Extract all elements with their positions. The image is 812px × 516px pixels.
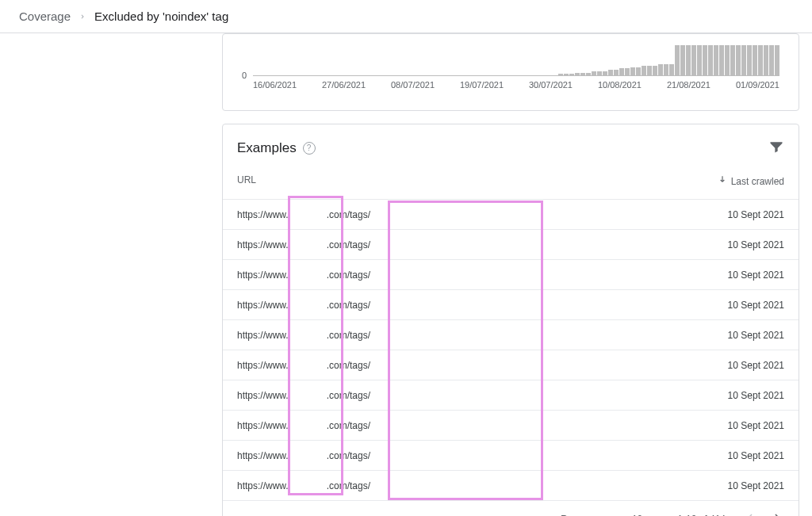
chart-x-tick: 08/07/2021 (391, 80, 435, 90)
chart-bar (642, 66, 646, 75)
chart-x-tick: 27/06/2021 (322, 80, 366, 90)
chart-x-tick: 10/08/2021 (598, 80, 642, 90)
last-crawled-cell: 10 Sept 2021 (728, 269, 784, 281)
chart-bar (769, 45, 774, 75)
rows-per-page-value[interactable]: 10 (632, 514, 642, 517)
chart-bar (658, 64, 663, 75)
chart-x-tick: 30/07/2021 (529, 80, 573, 90)
chart-bar (608, 70, 613, 75)
breadcrumb: Coverage Excluded by 'noindex' tag (0, 0, 812, 33)
last-crawled-cell: 10 Sept 2021 (728, 360, 784, 371)
chart-x-labels: 16/06/202127/06/202108/07/202119/07/2021… (253, 80, 779, 90)
filter-icon[interactable] (768, 139, 784, 157)
next-page-button[interactable] (770, 510, 784, 516)
table-row[interactable]: https://www..com/tags/10 Sept 2021 (223, 319, 799, 350)
chart-x-tick: 01/09/2021 (736, 80, 779, 90)
url-cell: https://www..com/tags/ (237, 449, 497, 463)
table-body: https://www..com/tags/10 Sept 2021https:… (223, 199, 799, 500)
table-row[interactable]: https://www..com/tags/10 Sept 2021 (223, 410, 799, 440)
chart-x-tick: 19/07/2021 (460, 80, 504, 90)
chart-bar (736, 45, 741, 75)
chart-bar (691, 45, 696, 75)
table-row[interactable]: https://www..com/tags/10 Sept 2021 (223, 440, 799, 470)
help-icon[interactable]: ? (303, 142, 316, 155)
chart-bar (675, 45, 680, 75)
table-row[interactable]: https://www..com/tags/10 Sept 2021 (223, 229, 799, 259)
chart-y-zero: 0 (242, 71, 247, 80)
chart-card: 0 16/06/202127/06/202108/07/202119/07/20… (222, 33, 799, 111)
url-cell: https://www..com/tags/ (237, 328, 497, 342)
chart-bar (697, 45, 702, 75)
table-row[interactable]: https://www..com/tags/10 Sept 2021 (223, 350, 799, 380)
last-crawled-cell: 10 Sept 2021 (728, 300, 784, 311)
chart-bar (714, 45, 718, 75)
sort-desc-icon (717, 174, 728, 188)
url-cell: https://www..com/tags/ (237, 268, 497, 282)
table-header: URL Last crawled (223, 163, 799, 199)
chart-bar (730, 45, 735, 75)
rows-per-page-label: Rows per page: (561, 514, 627, 517)
table-row[interactable]: https://www..com/tags/10 Sept 2021 (223, 289, 799, 319)
chart-bar (764, 45, 768, 75)
table-row[interactable]: https://www..com/tags/10 Sept 2021 (223, 380, 799, 410)
column-header-url[interactable]: URL (237, 174, 256, 188)
url-cell: https://www..com/tags/ (237, 238, 497, 252)
examples-card: Examples ? URL Last crawled https://www.… (222, 124, 799, 516)
url-cell: https://www..com/tags/ (237, 479, 497, 493)
url-cell: https://www..com/tags/ (237, 298, 497, 312)
prev-page-button[interactable] (743, 510, 757, 516)
last-crawled-cell: 10 Sept 2021 (728, 420, 784, 431)
chart-bar (680, 45, 685, 75)
chart-bars (253, 44, 779, 75)
chart-bar (669, 64, 674, 75)
chart-x-tick: 21/08/2021 (667, 80, 710, 90)
pagination-range: 1-10 of 414 (677, 514, 726, 517)
chart-bar (708, 45, 713, 75)
breadcrumb-current: Excluded by 'noindex' tag (94, 10, 228, 23)
chart-bar (630, 67, 635, 75)
chart-bar (653, 66, 657, 75)
last-crawled-cell: 10 Sept 2021 (728, 209, 784, 220)
chart-bar (636, 67, 641, 75)
chart-bar (747, 45, 752, 75)
chart-bar (619, 68, 624, 75)
last-crawled-cell: 10 Sept 2021 (728, 390, 784, 401)
last-crawled-cell: 10 Sept 2021 (728, 239, 784, 250)
chart-bar (625, 68, 630, 75)
table-row[interactable]: https://www..com/tags/10 Sept 2021 (223, 259, 799, 289)
table-row[interactable]: https://www..com/tags/10 Sept 2021 (223, 199, 799, 229)
chart-bar (719, 45, 724, 75)
chart-x-tick: 16/06/2021 (253, 80, 297, 90)
last-crawled-cell: 10 Sept 2021 (728, 450, 784, 461)
chart-bar (703, 45, 707, 75)
chart-bar (686, 45, 691, 75)
column-header-last-crawled[interactable]: Last crawled (717, 174, 784, 188)
url-cell: https://www..com/tags/ (237, 419, 497, 433)
chart-bar (647, 66, 652, 75)
chart-bar (741, 45, 746, 75)
dropdown-caret-icon[interactable] (647, 511, 660, 516)
last-crawled-cell: 10 Sept 2021 (728, 330, 784, 341)
chart-bar (664, 64, 668, 75)
url-cell: https://www..com/tags/ (237, 358, 497, 373)
url-cell: https://www..com/tags/ (237, 388, 497, 403)
chart-bar (775, 45, 779, 75)
chart-bar (758, 45, 763, 75)
chevron-right-icon (79, 10, 86, 23)
chart-bar (753, 45, 757, 75)
chart-axis (253, 75, 779, 76)
chart-bar (614, 70, 619, 75)
table-row[interactable]: https://www..com/tags/10 Sept 2021 (223, 470, 799, 500)
last-crawled-cell: 10 Sept 2021 (728, 480, 784, 491)
examples-title: Examples (237, 140, 297, 156)
breadcrumb-parent[interactable]: Coverage (19, 10, 71, 23)
pagination: Rows per page: 10 1-10 of 414 (223, 500, 799, 516)
url-cell: https://www..com/tags/ (237, 208, 497, 222)
chart-bar (725, 45, 730, 75)
